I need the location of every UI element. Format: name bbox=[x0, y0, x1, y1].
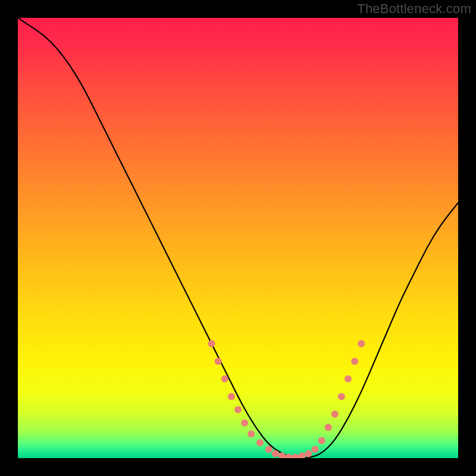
plot-svg bbox=[18, 18, 458, 458]
marker-dot bbox=[241, 419, 248, 427]
marker-dot bbox=[358, 340, 365, 347]
marker-dot bbox=[256, 439, 264, 446]
marker-dot bbox=[318, 437, 325, 444]
marker-dot bbox=[338, 393, 345, 400]
marker-dot bbox=[351, 358, 358, 365]
marker-dot bbox=[221, 375, 228, 383]
marker-dot bbox=[208, 340, 215, 347]
gradient-rect bbox=[18, 18, 458, 458]
marker-dot bbox=[215, 358, 222, 365]
marker-dot bbox=[265, 446, 273, 453]
marker-dot bbox=[272, 450, 279, 458]
watermark-text: TheBottleneck.com bbox=[357, 1, 471, 17]
marker-dot bbox=[228, 393, 235, 400]
marker-dot bbox=[234, 406, 242, 414]
marker-dot bbox=[305, 450, 312, 458]
marker-dot bbox=[312, 446, 319, 453]
marker-dot bbox=[331, 411, 339, 418]
marker-dot bbox=[345, 375, 352, 383]
chart-stage: TheBottleneck.com bbox=[0, 0, 476, 476]
plot-frame bbox=[18, 18, 458, 458]
marker-dot bbox=[248, 430, 255, 437]
marker-dot bbox=[325, 424, 332, 431]
